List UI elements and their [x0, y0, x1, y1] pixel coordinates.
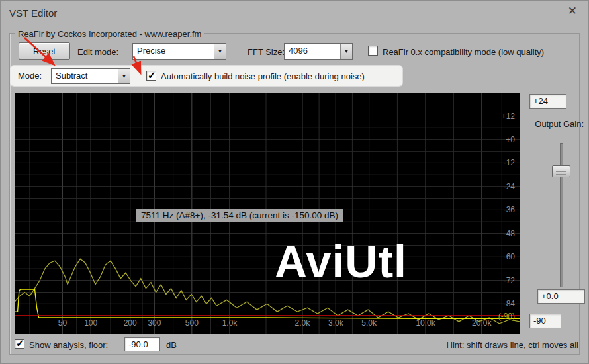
fft-size-select[interactable]: 4096 ▼	[284, 43, 353, 60]
gain-min-value: -90	[529, 314, 561, 328]
edit-mode-dropdown-button[interactable]: ▼	[214, 44, 226, 59]
db-axis-label: -84	[504, 299, 516, 308]
auto-noise-checkbox[interactable]: ✓	[146, 71, 156, 81]
mode-label: Mode:	[18, 71, 42, 81]
compat-checkbox[interactable]: ✓	[368, 46, 378, 56]
hint-text: Hint: shift draws line, ctrl moves all	[447, 340, 578, 350]
mode-dropdown-button[interactable]: ▼	[118, 69, 130, 83]
mode-value: Subtract	[52, 69, 118, 83]
mode-select[interactable]: Subtract ▼	[51, 68, 130, 84]
gain-current-value: +0.0	[537, 289, 585, 304]
spectrum-tooltip: 7511 Hz (A#8+), -31.54 dB (current is -1…	[136, 209, 343, 222]
auto-noise-label: Automatically build noise profile (enabl…	[161, 71, 365, 81]
db-axis-label: -60	[504, 252, 516, 261]
db-axis-label: -12	[504, 158, 516, 167]
watermark-text: AviUtl	[275, 237, 407, 287]
compat-label: ReaFir 0.x compatibility mode (low quali…	[383, 47, 544, 57]
chevron-down-icon: ▼	[218, 48, 223, 54]
show-analysis-label: Show analysis, floor:	[29, 340, 108, 350]
freq-axis-label: 300	[148, 318, 161, 328]
freq-axis-label: 200	[124, 318, 137, 328]
close-icon[interactable]: ✕	[568, 5, 577, 17]
show-analysis-checkbox[interactable]: ✓	[15, 339, 24, 349]
vst-editor-window: { "window": { "title": "VST Editor" }, "…	[0, 0, 589, 364]
freq-axis-label: 500	[185, 318, 199, 328]
output-gain-slider-thumb[interactable]	[552, 165, 570, 177]
freq-axis-label: 5.0k	[361, 318, 377, 328]
plugin-group-label: ReaFir by Cockos Incorporated - www.reap…	[15, 29, 204, 39]
db-axis-label: -48	[504, 229, 516, 238]
edit-mode-select[interactable]: Precise ▼	[132, 43, 226, 60]
fft-size-label: FFT Size:	[248, 47, 285, 57]
floor-input[interactable]	[124, 337, 160, 351]
db-axis-label: +12	[502, 112, 516, 121]
freq-axis-label: 10.0k	[416, 318, 435, 328]
freq-axis-label: 1.0k	[222, 318, 238, 328]
check-icon: ✓	[148, 69, 156, 81]
chevron-down-icon: ▼	[122, 73, 127, 79]
db-axis-label: -72	[504, 276, 516, 285]
freq-axis-label: 20.0k	[472, 318, 492, 328]
freq-axis-label: 3.0k	[328, 318, 344, 328]
output-gain-label: Output Gain:	[527, 119, 584, 130]
spectrum-display[interactable]: +12+0-12-24-36-48-60-72-8450100200300500…	[15, 93, 520, 334]
db-axis-label: -36	[504, 205, 516, 214]
freq-axis-label: 50	[58, 318, 68, 328]
floor-axis-label: (-90)	[498, 312, 515, 321]
gain-max-value: +24	[529, 94, 566, 109]
edit-mode-label: Edit mode:	[77, 47, 118, 57]
fft-size-value: 4096	[285, 44, 340, 59]
chevron-down-icon: ▼	[344, 48, 349, 54]
edit-mode-value: Precise	[133, 44, 214, 59]
reset-button[interactable]: Reset	[19, 42, 70, 60]
freq-axis-label: 100	[84, 318, 97, 328]
db-axis-label: +0	[506, 135, 515, 144]
db-axis-label: -24	[504, 182, 516, 191]
check-icon: ✓	[16, 338, 24, 349]
fft-size-dropdown-button[interactable]: ▼	[340, 44, 352, 59]
freq-axis-label: 2.0k	[295, 318, 311, 328]
output-gain-slider-track[interactable]	[560, 143, 563, 287]
db-unit-label: dB	[166, 340, 177, 350]
window-title: VST Editor	[9, 7, 57, 19]
